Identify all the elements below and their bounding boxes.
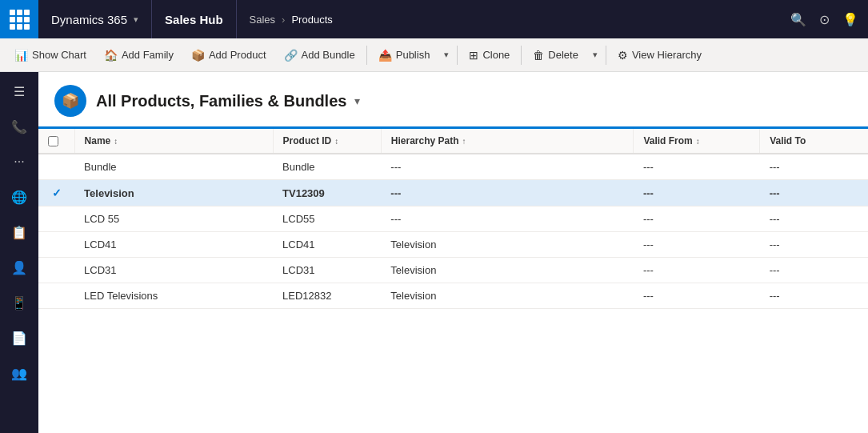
col-header-name[interactable]: Name ↕ [74, 129, 273, 154]
row-valid-from-cell: --- [634, 258, 760, 283]
brand-label: Dynamics 365 [51, 13, 127, 26]
table-row: LCD 55LCD55--------- [38, 206, 868, 232]
col-header-check[interactable] [38, 129, 74, 154]
col-valid-to-label: Valid To [770, 135, 806, 146]
view-hierarchy-button[interactable]: ⚙ View Hierarchy [610, 42, 710, 69]
sidebar-item-phone2[interactable]: 📱 [3, 287, 35, 319]
row-check-cell [38, 283, 74, 309]
breadcrumb: Sales › Products [237, 14, 781, 26]
clone-label: Clone [482, 49, 510, 61]
sidebar-item-phone[interactable]: 📞 [3, 110, 35, 142]
toolbar: 📊 Show Chart 🏠 Add Family 📦 Add Product … [0, 38, 868, 72]
clone-icon: ⊞ [469, 49, 478, 62]
col-valid-from-sort-icon: ↕ [696, 137, 700, 146]
row-check-cell [38, 206, 74, 232]
row-product-id-cell[interactable]: LCD41 [273, 232, 381, 258]
breadcrumb-separator: › [282, 14, 285, 26]
sidebar-item-clipboard[interactable]: 📋 [3, 216, 35, 248]
row-hierarchy-cell: --- [381, 154, 634, 180]
row-check-cell [38, 154, 74, 180]
col-header-valid-from[interactable]: Valid From ↕ [634, 129, 760, 154]
row-product-id-cell: Bundle [273, 154, 381, 180]
row-hierarchy-cell: --- [381, 180, 634, 206]
row-valid-to-cell: --- [760, 206, 868, 232]
select-all-checkbox[interactable] [48, 136, 58, 146]
row-valid-from-cell: --- [634, 206, 760, 232]
delete-label: Delete [548, 49, 578, 61]
view-hierarchy-label: View Hierarchy [632, 49, 702, 61]
row-checkmark-icon: ✓ [52, 186, 62, 199]
app-name: Sales Hub [152, 0, 237, 38]
publish-button[interactable]: 📤 Publish [370, 42, 438, 69]
show-chart-button[interactable]: 📊 Show Chart [6, 42, 94, 69]
toolbar-divider-2 [457, 46, 458, 65]
add-bundle-label: Add Bundle [302, 49, 355, 61]
add-product-icon: 📦 [191, 49, 205, 62]
publish-label: Publish [396, 49, 430, 61]
help-icon[interactable]: 💡 [842, 12, 858, 27]
table-row: LCD31LCD31Television------ [38, 258, 868, 283]
col-product-id-label: Product ID [283, 135, 332, 146]
view-hierarchy-icon: ⚙ [618, 49, 628, 62]
grid-header-row: Name ↕ Product ID ↕ Hier [38, 129, 868, 154]
add-bundle-button[interactable]: 🔗 Add Bundle [276, 42, 363, 69]
add-product-button[interactable]: 📦 Add Product [183, 42, 274, 69]
page-title: All Products, Families & Bundles [96, 92, 346, 110]
row-valid-to-cell: --- [760, 232, 868, 258]
waffle-button[interactable] [0, 0, 38, 38]
row-check-cell [38, 232, 74, 258]
col-hierarchy-label: Hierarchy Path [391, 135, 459, 146]
row-hierarchy-cell: --- [381, 206, 634, 232]
row-name-cell[interactable]: LCD41 [74, 232, 273, 258]
row-product-id-cell[interactable]: LED12832 [273, 283, 381, 309]
toolbar-divider-4 [606, 46, 606, 65]
breadcrumb-parent[interactable]: Sales [250, 14, 276, 26]
page-title-dropdown[interactable]: ▾ [354, 94, 360, 107]
sidebar-item-globe[interactable]: 🌐 [3, 181, 35, 213]
table-row: BundleBundle--------- [38, 154, 868, 180]
brand-name[interactable]: Dynamics 365 ▾ [38, 0, 152, 38]
grid-container: Name ↕ Product ID ↕ Hier [38, 129, 868, 433]
row-valid-from-cell: --- [634, 283, 760, 309]
row-name-cell[interactable]: LED Televisions [74, 283, 273, 309]
add-product-label: Add Product [209, 49, 266, 61]
sidebar-item-person[interactable]: 👤 [3, 251, 35, 283]
toolbar-divider-3 [521, 46, 522, 65]
row-name-cell[interactable]: LCD31 [74, 258, 273, 283]
col-header-product-id[interactable]: Product ID ↕ [273, 129, 381, 154]
col-name-sort-icon: ↕ [114, 137, 118, 146]
show-chart-icon: 📊 [14, 49, 28, 62]
sidebar-item-users[interactable]: 👥 [3, 357, 35, 389]
add-family-button[interactable]: 🏠 Add Family [96, 42, 182, 69]
table-row: LCD41LCD41Television------ [38, 232, 868, 258]
row-hierarchy-cell: Television [381, 283, 634, 309]
row-product-id-cell[interactable]: LCD55 [273, 206, 381, 232]
col-hierarchy-sort-icon: ↑ [462, 137, 466, 146]
table-row: ✓TelevisionTV12309--------- [38, 180, 868, 206]
sidebar-item-menu[interactable]: ☰ [3, 75, 35, 107]
add-bundle-icon: 🔗 [284, 49, 298, 62]
page-icon: 📦 [54, 85, 86, 117]
sidebar-item-more[interactable]: ··· [3, 146, 35, 178]
row-name-cell: Television [74, 180, 273, 206]
col-header-valid-to[interactable]: Valid To [760, 129, 868, 154]
delete-dropdown-button[interactable]: ▾ [588, 42, 602, 69]
delete-icon: 🗑 [533, 49, 544, 62]
publish-dropdown-button[interactable]: ▾ [439, 42, 454, 69]
top-navigation: Dynamics 365 ▾ Sales Hub Sales › Product… [0, 0, 868, 38]
main-content: 📦 All Products, Families & Bundles ▾ [38, 72, 868, 433]
sidebar-item-file[interactable]: 📄 [3, 322, 35, 354]
row-valid-to-cell: --- [760, 258, 868, 283]
clone-button[interactable]: ⊞ Clone [461, 42, 518, 69]
row-product-id-cell[interactable]: TV12309 [273, 180, 381, 206]
row-name-cell[interactable]: LCD 55 [74, 206, 273, 232]
search-icon[interactable]: 🔍 [790, 12, 806, 27]
settings-icon[interactable]: ⊙ [819, 12, 830, 27]
delete-button[interactable]: 🗑 Delete [525, 42, 586, 69]
row-product-id-cell[interactable]: LCD31 [273, 258, 381, 283]
breadcrumb-current: Products [291, 14, 332, 26]
col-header-hierarchy[interactable]: Hierarchy Path ↑ [381, 129, 634, 154]
row-valid-to-cell: --- [760, 154, 868, 180]
col-product-id-sort-icon: ↕ [334, 137, 338, 146]
row-valid-from-cell: --- [634, 180, 760, 206]
